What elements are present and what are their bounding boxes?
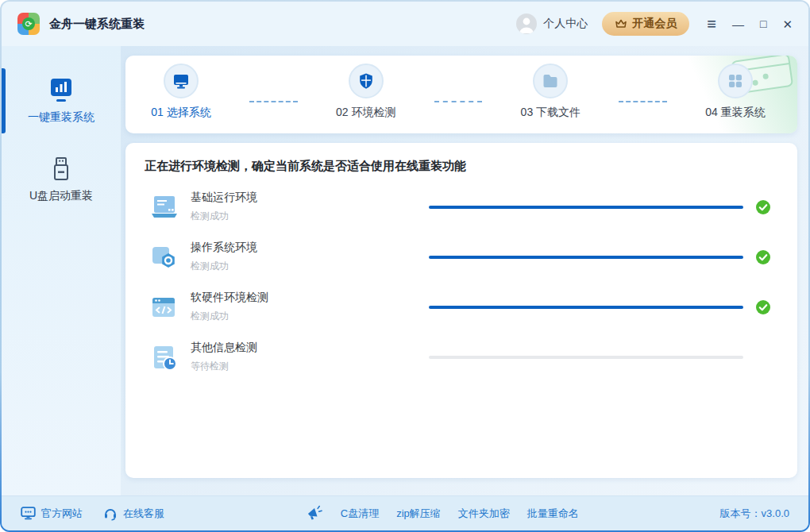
check-texts: 操作系统环境 检测成功 [191,241,429,273]
step-environment-check: 02 环境检测 [318,64,414,133]
shield-icon [357,72,375,90]
folder-encrypt-link[interactable]: 文件夹加密 [458,507,510,521]
step-reinstall-system: 04 重装系统 [688,64,783,133]
document-clock-icon [148,341,179,373]
official-website-link[interactable]: 官方网站 [21,507,83,521]
check-row-basic-runtime: 基础运行环境 检测成功 [143,182,780,232]
check-texts: 基础运行环境 检测成功 [191,191,429,223]
main-area: 01 选择系统 02 环境检测 [121,46,808,495]
sidebar-item-usb-boot-reinstall[interactable]: U盘启动重装 [2,152,121,208]
progress-bar [429,206,743,209]
step-connector [619,101,667,102]
app-window-frame: ⟳ 金舟一键系统重装 个人中心 开通会员 ≡ — □ ✕ [0,0,810,532]
stepper-card: 01 选择系统 02 环境检测 [125,56,797,133]
check-title: 软硬件环境检测 [191,291,429,305]
sidebar: 一键重装系统 U盘启动重装 [2,46,121,495]
step-label: 03 下载文件 [521,106,580,120]
app-logo-icon: ⟳ [17,13,40,35]
crown-icon [615,18,627,29]
step-connector [249,101,298,102]
grid-icon [727,72,744,90]
footer: 官方网站 在线客服 C盘清理 zip解压缩 文件夹加密 [2,495,808,530]
check-texts: 其他信息检测 等待检测 [191,341,429,373]
batch-rename-link[interactable]: 批量重命名 [527,507,579,521]
check-row-hardware-software: 软硬件环境检测 检测成功 [143,282,780,332]
footer-tools: C盘清理 zip解压缩 文件夹加密 批量重命名 [306,506,579,522]
check-status: 检测成功 [191,260,429,273]
step-download-files: 03 下载文件 [503,64,598,133]
body: 一键重装系统 U盘启动重装 [2,46,808,495]
progress-bar [429,256,743,259]
maximize-icon[interactable]: □ [760,18,766,29]
step-label: 01 选择系统 [151,106,210,120]
check-status: 检测成功 [191,310,429,323]
active-indicator [2,68,6,133]
code-window-icon [148,291,179,323]
step-label: 04 重装系统 [705,106,765,120]
user-center-link[interactable]: 个人中心 [543,17,588,31]
check-title: 基础运行环境 [191,191,429,205]
step-circle [718,64,753,98]
close-icon[interactable]: ✕ [782,18,793,30]
step-connector [434,101,483,102]
sidebar-item-label: 一键重装系统 [28,110,94,125]
system-gear-icon [148,241,179,273]
sidebar-item-label: U盘启动重装 [29,189,93,203]
app-window: ⟳ 金舟一键系统重装 个人中心 开通会员 ≡ — □ ✕ [2,2,808,530]
headset-icon [103,507,118,521]
laptop-icon [148,191,179,223]
check-title: 操作系统环境 [191,241,429,255]
app-title: 金舟一键系统重装 [49,17,145,32]
zip-unzip-link[interactable]: zip解压缩 [396,507,441,521]
refresh-icon: ⟳ [22,17,35,30]
footer-left-links: 官方网站 在线客服 [21,507,164,521]
website-monitor-icon [21,507,36,520]
progress-bar [429,306,743,309]
sidebar-item-one-click-reinstall[interactable]: 一键重装系统 [2,73,121,129]
panel-heading: 正在进行环境检测，确定当前系统是否适合使用在线重装功能 [145,159,780,174]
check-texts: 软硬件环境检测 检测成功 [191,291,429,323]
person-icon [516,13,537,34]
step-label: 02 环境检测 [336,106,395,120]
user-avatar[interactable] [516,13,537,34]
usb-drive-icon [49,156,73,182]
online-support-link[interactable]: 在线客服 [103,507,164,521]
check-row-os-environment: 操作系统环境 检测成功 [143,232,780,282]
megaphone-icon [304,504,324,522]
chart-monitor-icon [48,78,75,103]
folder-icon [542,72,559,90]
step-circle [349,64,384,98]
step-select-system: 01 选择系统 [133,64,229,133]
step-circle [533,64,568,98]
success-check-icon [756,250,770,264]
minimize-icon[interactable]: — [732,18,744,30]
progress-bar [429,356,743,359]
titlebar-right: 个人中心 开通会员 ≡ — □ ✕ [516,12,793,36]
success-check-icon [756,200,770,214]
menu-icon[interactable]: ≡ [707,16,716,32]
check-title: 其他信息检测 [191,341,429,355]
check-status: 检测成功 [191,210,429,223]
titlebar: ⟳ 金舟一键系统重装 个人中心 开通会员 ≡ — □ ✕ [2,2,808,46]
monitor-icon [172,72,190,90]
open-vip-button[interactable]: 开通会员 [602,12,689,36]
step-circle [164,64,199,98]
check-status: 等待检测 [191,360,429,373]
version-label: 版本号：v3.0.0 [720,507,789,521]
c-drive-clean-link[interactable]: C盘清理 [341,507,379,521]
window-controls: ≡ — □ ✕ [707,16,793,32]
environment-check-panel: 正在进行环境检测，确定当前系统是否适合使用在线重装功能 基础运行环境 检测成功 [125,143,797,478]
success-check-icon [756,300,770,314]
check-row-other-info: 其他信息检测 等待检测 [143,332,780,382]
